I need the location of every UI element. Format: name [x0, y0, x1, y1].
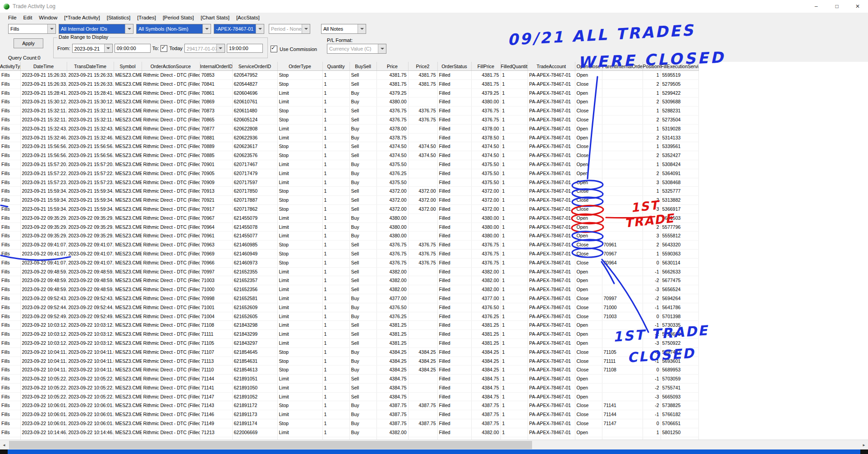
table-row[interactable]: Fills2023-09-22 10:03:12.52023-09-22 10:…	[0, 330, 698, 339]
column-header-buysell[interactable]: BuySell	[349, 62, 377, 71]
maximize-button[interactable]: □	[827, 0, 847, 13]
menu-item-file[interactable]: File	[8, 15, 17, 20]
column-header-transdatetime[interactable]: TransDateTime	[67, 62, 114, 71]
menu-item-edit[interactable]: Edit	[23, 15, 32, 20]
column-header-fillprice[interactable]: FillPrice	[471, 62, 501, 71]
menu-item-chart-stats[interactable]: [Chart Stats]	[201, 15, 230, 20]
table-row[interactable]: Fills2023-09-21 15:57:20.22023-09-21 15:…	[0, 160, 698, 169]
table-row[interactable]: Fills2023-09-21 15:56:56.52023-09-21 15:…	[0, 151, 698, 160]
table-row[interactable]: Fills2023-09-22 10:05:22.72023-09-22 10:…	[0, 375, 698, 384]
column-header-filledquantity[interactable]: FilledQuantity	[501, 62, 528, 71]
table-row[interactable]: Fills2023-09-21 15:56:56.52023-09-21 15:…	[0, 142, 698, 151]
table-row[interactable]: Fills2023-09-22 09:48:59.22023-09-22 09:…	[0, 267, 698, 276]
scrollbar-thumb[interactable]	[9, 441, 532, 449]
table-row[interactable]: Fills2023-09-22 10:03:12.52023-09-22 10:…	[0, 321, 698, 330]
table-row[interactable]: Fills2023-09-21 15:57:22.02023-09-21 15:…	[0, 169, 698, 178]
period-combo[interactable]: Period - None	[269, 24, 310, 34]
activity-type-combo[interactable]: Fills	[8, 24, 56, 34]
table-row[interactable]: Fills2023-09-21 15:26:33.72023-09-21 15:…	[0, 71, 698, 80]
menu-item-statistics[interactable]: [Statistics]	[107, 15, 130, 20]
use-commission-checkbox[interactable]	[271, 46, 277, 52]
table-row[interactable]: Fills2023-09-21 15:57:23.62023-09-21 15:…	[0, 178, 698, 187]
table-row[interactable]: Fills2023-09-21 15:32:11.72023-09-21 15:…	[0, 115, 698, 124]
column-header-tradeaccount[interactable]: TradeAccount	[528, 62, 575, 71]
chevron-down-icon[interactable]	[202, 24, 211, 33]
trade-account-combo[interactable]: -APEX-78467-01	[214, 24, 264, 34]
chevron-down-icon[interactable]	[378, 44, 386, 53]
column-header-orderstatus[interactable]: OrderStatus	[437, 62, 471, 71]
column-header-activitytype[interactable]: ActivityType	[0, 62, 20, 71]
table-row[interactable]: Fills2023-09-22 09:52:49.92023-09-22 09:…	[0, 312, 698, 321]
column-header-internalorderid[interactable]: InternalOrderID	[200, 62, 232, 71]
table-row[interactable]: Fills2023-09-22 10:04:11.52023-09-22 10:…	[0, 366, 698, 375]
table-row[interactable]: Fills2023-09-21 15:32:43.72023-09-21 15:…	[0, 124, 698, 133]
table-row[interactable]: Fills2023-09-22 10:05:22.72023-09-22 10:…	[0, 383, 698, 392]
menu-item-trades[interactable]: [Trades]	[137, 15, 156, 20]
table-row[interactable]: Fills2023-09-22 10:05:22.72023-09-22 10:…	[0, 392, 698, 401]
table-row[interactable]: Fills2023-09-21 15:59:34.82023-09-21 15:…	[0, 196, 698, 205]
table-row[interactable]: Fills2023-09-22 09:41:07.72023-09-22 09:…	[0, 241, 698, 250]
table-row[interactable]: Fills2023-09-21 15:32:46.02023-09-21 15:…	[0, 133, 698, 142]
table-row[interactable]: Fills2023-09-21 15:59:34.82023-09-21 15:…	[0, 204, 698, 213]
internal-order-ids-combo[interactable]: All Internal Order IDs	[59, 24, 133, 34]
table-row[interactable]: Fills2023-09-22 10:06:01.42023-09-22 10:…	[0, 419, 698, 428]
menu-item-trade-activity[interactable]: [*Trade Activity]	[64, 15, 100, 20]
table-row[interactable]: Fills2023-09-22 09:48:59.22023-09-22 09:…	[0, 285, 698, 294]
table-row[interactable]: Fills2023-09-22 10:14:46.12023-09-22 10:…	[0, 428, 698, 437]
table-row[interactable]: Fills2023-09-22 09:52:44.82023-09-22 09:…	[0, 303, 698, 312]
table-row[interactable]: Fills2023-09-22 09:35:29.92023-09-22 09:…	[0, 232, 698, 241]
table-row[interactable]: Fills2023-09-21 15:59:34.82023-09-21 15:…	[0, 187, 698, 196]
chevron-down-icon[interactable]	[256, 24, 264, 33]
menu-item-period-stats[interactable]: [Period Stats]	[163, 15, 194, 20]
close-button[interactable]: ✕	[847, 0, 868, 13]
chevron-down-icon[interactable]	[216, 44, 225, 52]
column-header-fillexecutionservi[interactable]: FillExecutionServi	[661, 62, 698, 71]
table-row[interactable]: Fills2023-09-22 09:41:07.72023-09-22 09:…	[0, 258, 698, 267]
table-row[interactable]: Fills2023-09-22 10:04:11.52023-09-22 10:…	[0, 347, 698, 357]
column-header-quantity[interactable]: Quantity	[322, 62, 349, 71]
to-date-combo[interactable]: 294177-01-07	[184, 44, 225, 53]
column-header-symbol[interactable]: Symbol	[114, 62, 142, 71]
table-row[interactable]: Fills2023-09-22 09:41:07.72023-09-22 09:…	[0, 249, 698, 258]
symbols-combo[interactable]: All Symbols (Non-Sim)	[136, 24, 211, 34]
table-row[interactable]: Fills2023-09-21 15:30:12.92023-09-21 15:…	[0, 97, 698, 107]
scroll-right-icon[interactable]: ►	[860, 440, 868, 450]
apply-button[interactable]: Apply	[14, 38, 43, 48]
table-row[interactable]: Fills2023-09-21 15:28:41.02023-09-21 15:…	[0, 88, 698, 97]
horizontal-scrollbar[interactable]: ◄ ►	[0, 440, 868, 450]
column-header-orderactionsource[interactable]: OrderActionSource	[142, 62, 200, 71]
chevron-down-icon[interactable]	[47, 24, 55, 33]
column-header-price[interactable]: Price	[377, 62, 408, 71]
column-header-serviceorderid[interactable]: ServiceOrderID	[232, 62, 277, 71]
to-time-input[interactable]	[227, 44, 263, 53]
scroll-left-icon[interactable]: ◄	[0, 440, 8, 450]
notes-combo[interactable]: All Notes	[321, 24, 366, 34]
column-header-ordertype[interactable]: OrderType	[277, 62, 322, 71]
table-row[interactable]: Fills2023-09-22 09:35:29.92023-09-22 09:…	[0, 213, 698, 222]
column-header-datetime[interactable]: DateTime	[20, 62, 67, 71]
table-row[interactable]: Fills2023-09-22 10:06:01.32023-09-22 10:…	[0, 410, 698, 419]
pl-format-combo[interactable]: Currency Value (C)	[327, 44, 386, 54]
chevron-down-icon[interactable]	[125, 24, 133, 33]
menu-item-window[interactable]: Window	[39, 15, 57, 20]
column-header-openclose[interactable]: OpenClose	[575, 62, 602, 71]
from-date-combo[interactable]: 2023-09-21	[72, 44, 113, 53]
table-row[interactable]: Fills2023-09-21 15:32:11.72023-09-21 15:…	[0, 107, 698, 116]
table-row[interactable]: Fills2023-09-22 09:35:29.92023-09-22 09:…	[0, 222, 698, 232]
table-row[interactable]: Fills2023-09-22 10:03:12.52023-09-22 10:…	[0, 338, 698, 347]
table-row[interactable]: Fills2023-09-22 10:06:01.32023-09-22 10:…	[0, 401, 698, 410]
today-checkbox[interactable]	[161, 45, 167, 52]
column-header-parentinternalorderid[interactable]: ParentInternalOrderID	[602, 62, 643, 71]
column-header-positionquantity[interactable]: PositionQuantity	[643, 62, 661, 71]
chevron-down-icon[interactable]	[302, 24, 310, 33]
table-row[interactable]: Fills2023-09-22 09:48:59.22023-09-22 09:…	[0, 276, 698, 285]
chevron-down-icon[interactable]	[358, 24, 366, 33]
column-header-price2[interactable]: Price2	[408, 62, 437, 71]
table-row[interactable]: Fills2023-09-21 15:26:33.72023-09-21 15:…	[0, 79, 698, 88]
chevron-down-icon[interactable]	[104, 44, 112, 52]
from-time-input[interactable]	[115, 44, 151, 53]
menu-item-accstats[interactable]: [AccStats]	[236, 15, 260, 20]
table-row[interactable]: Fills2023-09-22 09:52:43.82023-09-22 09:…	[0, 294, 698, 303]
table-row[interactable]: Fills2023-09-22 10:04:11.52023-09-22 10:…	[0, 357, 698, 366]
minimize-button[interactable]: –	[806, 0, 827, 13]
